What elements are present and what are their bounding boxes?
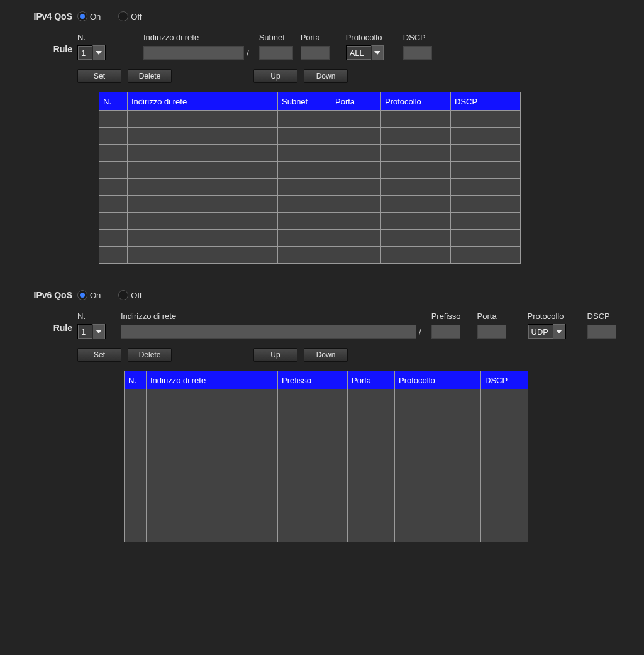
table-cell — [99, 213, 128, 230]
ipv4-addr-input[interactable] — [143, 46, 244, 60]
ipv4-off-radio[interactable] — [118, 11, 128, 21]
ipv6-th-proto: Protocollo — [395, 371, 481, 389]
table-cell — [99, 179, 128, 196]
ipv6-down-button[interactable]: Down — [304, 348, 348, 362]
ipv6-port-input[interactable] — [477, 325, 506, 339]
table-cell — [99, 162, 128, 179]
table-cell — [278, 230, 331, 247]
ipv6-addr-input[interactable] — [121, 325, 416, 339]
ipv6-on-radio[interactable] — [77, 290, 87, 300]
table-cell — [348, 491, 395, 508]
ipv4-th-port: Porta — [331, 92, 381, 111]
table-row[interactable] — [99, 247, 521, 264]
ipv4-th-dscp: DSCP — [451, 92, 521, 111]
ipv4-subnet-label: Subnet — [259, 33, 285, 44]
table-row[interactable] — [99, 145, 521, 162]
table-row[interactable] — [125, 491, 528, 508]
table-row[interactable] — [99, 213, 521, 230]
table-cell — [331, 162, 381, 179]
table-row[interactable] — [125, 423, 528, 440]
ipv6-delete-button[interactable]: Delete — [128, 348, 172, 362]
table-cell — [128, 128, 278, 145]
table-cell — [348, 525, 395, 542]
ipv4-port-input[interactable] — [301, 46, 330, 60]
table-cell — [99, 128, 128, 145]
ipv6-up-button[interactable]: Up — [253, 348, 297, 362]
table-cell — [395, 423, 481, 440]
table-cell — [395, 406, 481, 423]
table-row[interactable] — [125, 474, 528, 491]
ipv6-n-select[interactable]: 1 — [77, 324, 106, 339]
table-cell — [278, 111, 331, 128]
table-cell — [451, 179, 521, 196]
table-cell — [481, 491, 528, 508]
table-cell — [331, 230, 381, 247]
ipv4-th-proto: Protocollo — [381, 92, 451, 111]
table-cell — [147, 423, 278, 440]
table-cell — [278, 423, 348, 440]
ipv6-prefix-input[interactable] — [431, 325, 460, 339]
table-cell — [481, 525, 528, 542]
table-cell — [331, 213, 381, 230]
table-cell — [147, 457, 278, 474]
ipv4-proto-select[interactable]: ALL — [346, 45, 384, 60]
ipv4-addr-label: Indirizzo di rete — [143, 33, 199, 44]
table-cell — [278, 196, 331, 213]
table-cell — [125, 389, 147, 406]
ipv4-down-button[interactable]: Down — [304, 69, 348, 83]
table-cell — [278, 491, 348, 508]
ipv6-dscp-input[interactable] — [587, 325, 616, 339]
ipv4-set-button[interactable]: Set — [77, 69, 121, 83]
ipv6-rule-label: Rule — [0, 311, 72, 333]
ipv4-n-select[interactable]: 1 — [77, 45, 106, 60]
ipv6-th-dscp: DSCP — [481, 371, 528, 389]
ipv4-qos-section: IPv4 QoS On Off Rule N. 1 — [0, 0, 644, 279]
table-cell — [451, 128, 521, 145]
table-cell — [451, 145, 521, 162]
table-row[interactable] — [125, 389, 528, 406]
table-cell — [481, 389, 528, 406]
table-cell — [147, 406, 278, 423]
table-cell — [278, 525, 348, 542]
table-cell — [395, 491, 481, 508]
ipv4-dscp-input[interactable] — [403, 46, 432, 60]
table-cell — [278, 474, 348, 491]
table-row[interactable] — [125, 406, 528, 423]
ipv6-off-radio[interactable] — [118, 290, 128, 300]
ipv6-th-n: N. — [125, 371, 147, 389]
ipv4-delete-button[interactable]: Delete — [128, 69, 172, 83]
ipv6-title: IPv6 QoS — [0, 290, 72, 300]
table-row[interactable] — [99, 196, 521, 213]
table-cell — [381, 230, 451, 247]
ipv4-on-label: On — [90, 12, 101, 21]
ipv4-on-radio[interactable] — [77, 11, 87, 21]
table-row[interactable] — [125, 457, 528, 474]
table-row[interactable] — [99, 162, 521, 179]
table-row[interactable] — [125, 508, 528, 525]
table-cell — [381, 213, 451, 230]
table-cell — [99, 196, 128, 213]
table-row[interactable] — [99, 230, 521, 247]
ipv6-dscp-label: DSCP — [587, 311, 610, 323]
ipv6-proto-select[interactable]: UDP — [528, 324, 566, 339]
table-cell — [147, 389, 278, 406]
table-cell — [395, 474, 481, 491]
table-cell — [451, 230, 521, 247]
table-cell — [278, 247, 331, 264]
table-row[interactable] — [125, 440, 528, 457]
table-cell — [348, 389, 395, 406]
ipv4-subnet-input[interactable] — [259, 46, 293, 60]
ipv4-up-button[interactable]: Up — [253, 69, 297, 83]
table-cell — [331, 145, 381, 162]
ipv6-on-label: On — [90, 291, 101, 300]
table-row[interactable] — [99, 179, 521, 196]
table-cell — [451, 162, 521, 179]
table-cell — [278, 179, 331, 196]
table-cell — [481, 474, 528, 491]
table-cell — [451, 213, 521, 230]
table-row[interactable] — [125, 525, 528, 542]
ipv6-set-button[interactable]: Set — [77, 348, 121, 362]
table-row[interactable] — [99, 111, 521, 128]
table-row[interactable] — [99, 128, 521, 145]
ipv4-th-n: N. — [99, 92, 128, 111]
